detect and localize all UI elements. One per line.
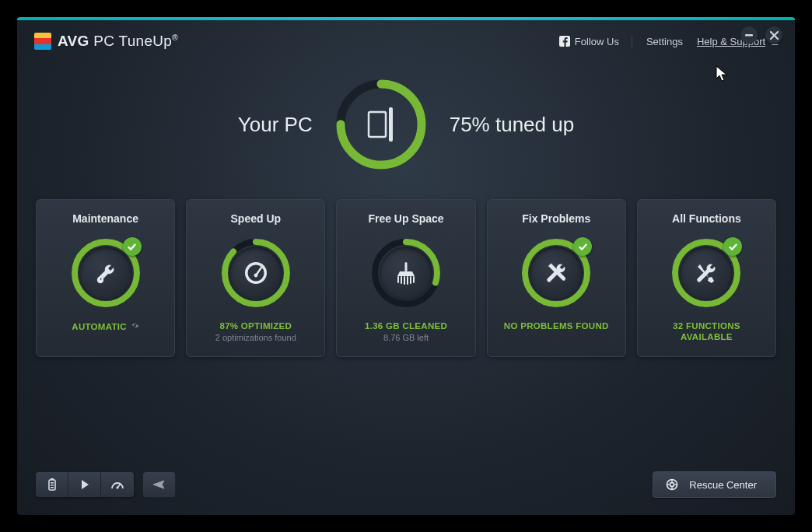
check-badge-icon [123,237,142,256]
rescue-center-button[interactable]: Rescue Center [653,471,776,498]
avg-logo-icon [34,33,51,50]
card-progress-ring [369,236,443,310]
standard-mode-button[interactable] [68,472,101,497]
turbo-mode-button[interactable] [101,472,134,497]
play-icon [79,479,90,490]
card-title: Fix Problems [522,212,590,225]
laptop-icon [334,78,428,171]
battery-icon [47,478,58,492]
brand-logo: AVG PC TuneUp® [34,33,178,50]
battery-mode-button[interactable] [36,472,68,497]
card-stat-primary: 32 FUNCTIONS [673,321,740,331]
airplane-icon [152,478,166,491]
window-controls [740,26,782,44]
svg-line-28 [117,484,121,488]
minimize-button[interactable] [740,26,758,44]
brand-bold: AVG [58,33,89,49]
card-stat-primary: NO PROBLEMS FOUND [504,321,609,331]
brand-reg: ® [172,33,178,42]
card-speedup[interactable]: Speed Up87% OPTIMIZED2 optimizations fou… [186,199,325,357]
broom-icon [380,247,432,299]
svg-rect-26 [51,487,54,488]
wrench-cycle-icon [79,247,132,299]
svg-rect-17 [405,262,408,271]
svg-rect-25 [51,485,54,486]
follow-us-link[interactable]: Follow Us [559,36,632,47]
hero-left-text: Your PC [238,113,313,137]
footer: Rescue Center [36,471,776,498]
card-title: Free Up Space [368,212,443,225]
svg-rect-23 [51,478,54,480]
card-stat-primary: 1.36 GB CLEANED [365,321,447,331]
svg-rect-24 [51,482,54,484]
brand-rest: PC TuneUp [89,33,173,49]
lifebuoy-icon [666,478,678,491]
card-maintenance[interactable]: MaintenanceAUTOMATIC [36,199,175,357]
card-progress-ring [519,236,593,310]
header: AVG PC TuneUp® Follow Us Settings Help &… [17,20,795,50]
brand-title: AVG PC TuneUp® [58,33,178,50]
gauge-icon [229,247,282,299]
cards-row: MaintenanceAUTOMATIC Speed Up87% OPTIMIZ… [17,171,795,357]
card-title: All Functions [672,212,741,225]
close-button[interactable] [765,26,782,44]
card-freeup[interactable]: Free Up Space1.36 GB CLEANED8.76 GB left [336,199,475,357]
rescue-center-label: Rescue Center [689,479,757,491]
mode-button-group [36,472,134,497]
tools-icon [530,247,583,299]
app-window: AVG PC TuneUp® Follow Us Settings Help &… [17,17,795,515]
follow-us-label: Follow Us [575,36,619,47]
flight-mode-button[interactable] [143,472,176,497]
card-fix[interactable]: Fix ProblemsNO PROBLEMS FOUND [487,199,626,357]
settings-link[interactable]: Settings [646,36,683,47]
card-stat-secondary: AVAILABLE [681,332,733,341]
card-title: Speed Up [231,212,282,225]
dashboard-icon [110,479,124,490]
card-progress-ring [219,236,293,310]
card-title: Maintenance [72,212,138,225]
facebook-icon [559,36,570,47]
card-stat-primary: AUTOMATIC [72,321,139,331]
svg-rect-5 [389,107,393,142]
card-all[interactable]: All Functions32 FUNCTIONSAVAILABLE [637,199,776,357]
hero-right-text: 75% tuned up [450,113,574,137]
card-progress-ring [669,236,744,310]
card-stat-secondary: 8.76 GB left [383,333,429,342]
card-progress-ring [68,236,143,310]
svg-rect-0 [745,34,753,36]
card-stat-secondary: 2 optimizations found [215,333,296,342]
card-stat-primary: 87% OPTIMIZED [219,321,292,331]
gear-icon [131,321,139,331]
cross-tools-icon [680,247,733,299]
hero-progress-ring [334,78,428,171]
hero-status: Your PC 75% tuned up [17,78,795,171]
settings-label: Settings [646,36,683,47]
svg-point-30 [670,482,674,486]
svg-rect-4 [369,112,386,137]
